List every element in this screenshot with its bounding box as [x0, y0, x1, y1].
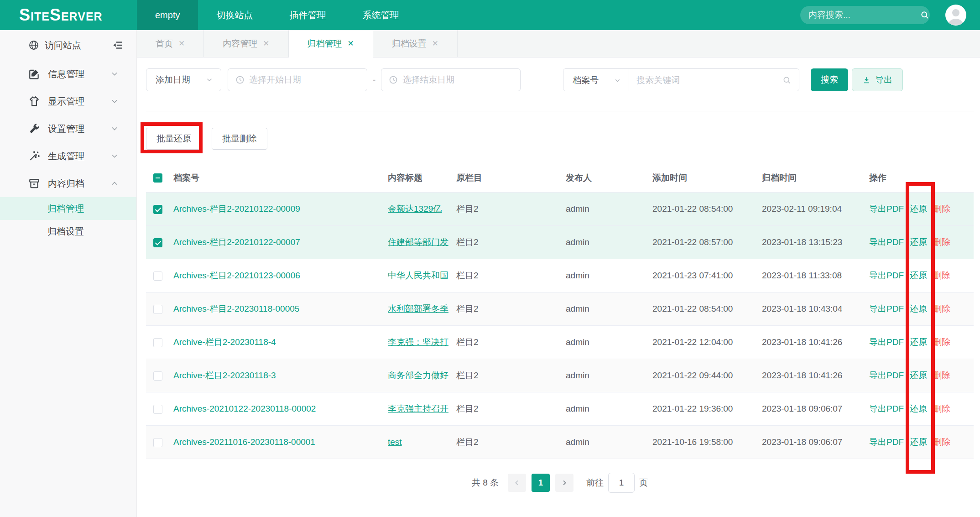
sidebar-item-info-management[interactable]: 信息管理 — [0, 60, 136, 88]
end-date-input[interactable] — [402, 75, 513, 85]
sidebar-item-content-archive[interactable]: 内容归档 — [0, 170, 136, 197]
archive-no-link[interactable]: Archive-栏目2-20230118-4 — [173, 337, 276, 347]
start-date-input[interactable] — [249, 75, 360, 85]
export-pdf-link[interactable]: 导出PDF — [869, 303, 904, 315]
page-number-current[interactable]: 1 — [532, 474, 550, 492]
sidebar-item-display-management[interactable]: 显示管理 — [0, 88, 136, 115]
content-title-link[interactable]: 李克强主持召开 — [388, 404, 448, 413]
sidebar-item-archive-management[interactable]: 归档管理 — [0, 197, 136, 220]
export-button[interactable]: 导出 — [852, 68, 903, 91]
sidebar-item-archive-settings[interactable]: 归档设置 — [0, 220, 136, 243]
nav-item-plugin-management[interactable]: 插件管理 — [271, 0, 344, 30]
archived-time-cell: 2023-01-18 13:15:23 — [762, 237, 869, 247]
archive-no-link[interactable]: Archives-栏目2-20210122-00007 — [173, 237, 300, 247]
export-pdf-link[interactable]: 导出PDF — [869, 436, 904, 448]
nav-item-switch-site[interactable]: 切换站点 — [198, 0, 271, 30]
row-checkbox[interactable] — [153, 238, 162, 247]
archived-time-cell: 2023-01-18 11:33:08 — [762, 271, 869, 281]
delete-link[interactable]: 删除 — [933, 436, 950, 448]
archive-no-link[interactable]: Archives-20210122-20230118-00002 — [173, 404, 316, 413]
close-icon[interactable]: ✕ — [348, 39, 354, 48]
sidebar-item-generate-management[interactable]: 生成管理 — [0, 142, 136, 170]
siteserver-logo[interactable]: SITESERVER — [0, 5, 137, 25]
content-title-link[interactable]: 住建部等部门发 — [388, 237, 448, 247]
close-icon[interactable]: ✕ — [178, 39, 185, 48]
start-date-picker[interactable] — [228, 68, 367, 91]
added-time-cell: 2021-01-22 12:04:00 — [652, 337, 762, 347]
delete-link[interactable]: 删除 — [933, 236, 950, 248]
export-pdf-link[interactable]: 导出PDF — [869, 270, 904, 282]
restore-link[interactable]: 还原 — [910, 370, 927, 381]
archive-no-link[interactable]: Archives-栏目2-20210122-00009 — [173, 204, 300, 214]
prev-page-button[interactable] — [508, 474, 526, 492]
nav-item-site-empty[interactable]: empty — [137, 0, 198, 30]
content-title-link[interactable]: test — [388, 437, 402, 447]
publisher-cell: admin — [566, 204, 652, 214]
restore-link[interactable]: 还原 — [910, 436, 927, 448]
sidebar-item-settings-management[interactable]: 设置管理 — [0, 115, 136, 142]
date-type-select[interactable]: 添加日期 — [146, 68, 221, 91]
keyword-input-box[interactable] — [629, 69, 799, 91]
search-button[interactable]: 搜索 — [811, 68, 848, 91]
next-page-button[interactable] — [555, 474, 573, 492]
tab-archive-settings[interactable]: 归档设置✕ — [373, 30, 458, 57]
tab-home[interactable]: 首页✕ — [137, 30, 204, 57]
delete-link[interactable]: 删除 — [933, 336, 950, 348]
content-search-box[interactable] — [800, 6, 930, 24]
added-time-cell: 2021-01-22 08:54:00 — [652, 204, 762, 214]
delete-link[interactable]: 删除 — [933, 203, 950, 215]
row-checkbox[interactable] — [153, 405, 162, 414]
nav-item-system-management[interactable]: 系统管理 — [344, 0, 417, 30]
row-checkbox[interactable] — [153, 305, 162, 314]
close-icon[interactable]: ✕ — [432, 39, 438, 48]
content-title-link[interactable]: 金额达1329亿 — [388, 204, 442, 214]
end-date-picker[interactable] — [381, 68, 521, 91]
user-avatar[interactable] — [945, 5, 966, 26]
content-title-link[interactable]: 李克强：坚决打 — [388, 337, 448, 347]
sidebar-collapse-icon[interactable] — [112, 39, 124, 51]
batch-restore-button[interactable]: 批量还原 — [146, 128, 202, 150]
archive-no-link[interactable]: Archives-20211016-20230118-00001 — [173, 437, 315, 447]
row-checkbox[interactable] — [153, 338, 162, 347]
restore-link[interactable]: 还原 — [910, 270, 927, 282]
export-pdf-link[interactable]: 导出PDF — [869, 403, 904, 415]
search-field-select[interactable]: 档案号 — [563, 69, 629, 91]
restore-link[interactable]: 还原 — [910, 236, 927, 248]
content-title-link[interactable]: 水利部部署冬季 — [388, 304, 448, 313]
restore-link[interactable]: 还原 — [910, 336, 927, 348]
search-icon[interactable] — [920, 10, 929, 20]
operations-cell: 导出PDF 还原 删除 — [869, 370, 974, 381]
select-all-checkbox[interactable] — [153, 173, 162, 183]
archive-no-link[interactable]: Archive-栏目2-20230118-3 — [173, 371, 276, 380]
export-pdf-link[interactable]: 导出PDF — [869, 370, 904, 381]
tab-content-management[interactable]: 内容管理✕ — [204, 30, 288, 57]
delete-link[interactable]: 删除 — [933, 370, 950, 381]
tab-archive-management[interactable]: 归档管理✕ — [289, 30, 373, 57]
row-checkbox[interactable] — [153, 272, 162, 281]
sidebar-item-visit-site[interactable]: 访问站点 — [0, 30, 136, 60]
restore-link[interactable]: 还原 — [910, 203, 927, 215]
restore-link[interactable]: 还原 — [910, 303, 927, 315]
delete-link[interactable]: 删除 — [933, 270, 950, 282]
export-pdf-link[interactable]: 导出PDF — [869, 203, 904, 215]
globe-icon — [28, 40, 39, 51]
keyword-input[interactable] — [636, 75, 782, 85]
table-row: Archive-栏目2-20230118-3 商务部全力做好 栏目2 admin… — [146, 359, 974, 392]
delete-link[interactable]: 删除 — [933, 303, 950, 315]
row-checkbox[interactable] — [153, 438, 162, 447]
export-pdf-link[interactable]: 导出PDF — [869, 336, 904, 348]
goto-page-input[interactable] — [608, 473, 635, 493]
content-title-link[interactable]: 商务部全力做好 — [388, 371, 448, 380]
channel-cell: 栏目2 — [456, 336, 566, 348]
archive-no-link[interactable]: Archives-栏目2-20230118-00005 — [173, 304, 299, 313]
close-icon[interactable]: ✕ — [263, 39, 269, 48]
content-search-input[interactable] — [808, 10, 920, 20]
batch-delete-button[interactable]: 批量删除 — [212, 128, 267, 150]
row-checkbox[interactable] — [153, 205, 162, 214]
row-checkbox[interactable] — [153, 371, 162, 381]
export-pdf-link[interactable]: 导出PDF — [869, 236, 904, 248]
delete-link[interactable]: 删除 — [933, 403, 950, 415]
restore-link[interactable]: 还原 — [910, 403, 927, 415]
archive-no-link[interactable]: Archives-栏目2-20210123-00006 — [173, 271, 300, 280]
content-title-link[interactable]: 中华人民共和国 — [388, 271, 448, 280]
